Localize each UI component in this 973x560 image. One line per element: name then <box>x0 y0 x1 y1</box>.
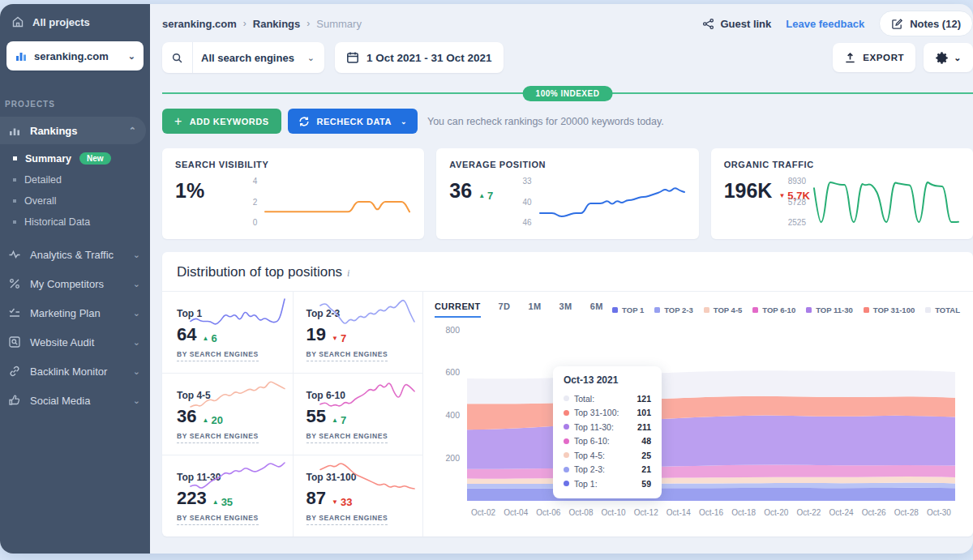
subitem-label: Summary <box>25 153 71 165</box>
chevron-down-icon: ⌄ <box>401 118 407 126</box>
card-title: SEARCH VISIBILITY <box>175 160 411 169</box>
sidebar-item-label: Marketing Plan <box>30 307 101 319</box>
by-search-engines-link[interactable]: BY SEARCH ENGINES <box>306 350 388 361</box>
recheck-data-button[interactable]: RECHECK DATA ⌄ <box>288 109 418 134</box>
chevron-down-icon: ⌄ <box>133 366 140 377</box>
date-range-value: 1 Oct 2021 - 31 Oct 2021 <box>366 52 492 64</box>
add-keywords-button[interactable]: + ADD KEYWORDS <box>162 109 281 134</box>
sidebar-subitem-detailed[interactable]: Detailed <box>0 169 150 190</box>
svg-text:Oct-16: Oct-16 <box>699 508 723 517</box>
top45-sparkline <box>189 378 286 409</box>
search-engines-value: All search engines <box>193 52 302 64</box>
breadcrumb-separator: › <box>306 18 310 29</box>
positions-chart-canvas: 800600400200Oct-02Oct-04Oct-06Oct-08Oct-… <box>435 321 960 522</box>
tab-1m[interactable]: 1M <box>528 301 541 318</box>
date-range-picker[interactable]: 1 Oct 2021 - 31 Oct 2021 <box>335 42 504 73</box>
plus-icon: + <box>174 114 182 129</box>
stat-delta: ▲35 <box>212 496 233 508</box>
tab-6m[interactable]: 6M <box>590 301 603 318</box>
guest-link-button[interactable]: Guest link <box>702 18 771 30</box>
chevron-down-icon: ⌄ <box>133 337 140 348</box>
average-position-card: AVERAGE POSITION 36 ▲7 334046 <box>436 148 698 239</box>
legend-top2-3[interactable]: TOP 2-3 <box>654 306 693 314</box>
sidebar-item-label: Rankings <box>30 125 78 137</box>
svg-text:Oct-04: Oct-04 <box>504 508 528 517</box>
organic-traffic-card: ORGANIC TRAFFIC 196K ▼5,7K 893057282525 <box>711 148 973 239</box>
svg-text:Oct-06: Oct-06 <box>536 508 560 517</box>
svg-text:400: 400 <box>445 410 460 420</box>
sidebar-subitem-historical-data[interactable]: Historical Data <box>0 212 150 233</box>
recheck-note: You can recheck rankings for 20000 keywo… <box>427 116 664 127</box>
by-search-engines-link[interactable]: BY SEARCH ENGINES <box>306 514 388 525</box>
card-delta: ▲7 <box>478 190 493 202</box>
metric-cards: SEARCH VISIBILITY 1% 420 AVERAGE POSITIO… <box>162 148 973 239</box>
subitem-label: Historical Data <box>24 216 90 228</box>
arrow-icon: ▲ <box>478 192 485 199</box>
arrow-icon: ▼ <box>332 335 338 342</box>
settings-button[interactable]: ⌄ <box>924 43 973 72</box>
by-search-engines-link[interactable]: BY SEARCH ENGINES <box>177 350 259 361</box>
chevron-down-icon: ⌄ <box>133 308 140 318</box>
sidebar-item-website-audit[interactable]: Website Audit ⌄ <box>0 328 150 356</box>
search-engines-select[interactable]: All search engines ⌄ <box>162 42 324 73</box>
sidebar-item-social-media[interactable]: Social Media ⌄ <box>0 387 150 414</box>
svg-text:Oct-18: Oct-18 <box>731 508 756 517</box>
legend-top31-100[interactable]: TOP 31-100 <box>864 306 915 314</box>
projects-section-label: PROJECTS <box>5 100 150 109</box>
by-search-engines-link[interactable]: BY SEARCH ENGINES <box>177 432 259 443</box>
top1-sparkline <box>189 297 286 327</box>
tab-current[interactable]: CURRENT <box>435 301 481 318</box>
distribution-title: Distribution of top positions <box>177 264 342 280</box>
legend-total[interactable]: TOTAL <box>925 306 960 314</box>
stat-top-6-10: Top 6-10 55 ▲7 BY SEARCH ENGINES <box>293 374 423 455</box>
legend-top6-10[interactable]: TOP 6-10 <box>752 306 795 314</box>
sidebar-item-backlink-monitor[interactable]: Backlink Monitor ⌄ <box>0 357 150 385</box>
add-keywords-label: ADD KEYWORDS <box>190 117 269 126</box>
sidebar-subitem-overall[interactable]: Overall <box>0 190 150 212</box>
arrow-icon: ▲ <box>332 417 338 424</box>
arrow-icon: ▲ <box>202 335 208 342</box>
chevron-down-icon: ⌄ <box>307 53 324 63</box>
notes-button[interactable]: Notes (12) <box>879 11 973 36</box>
legend-top4-5[interactable]: TOP 4-5 <box>704 306 743 314</box>
by-search-engines-link[interactable]: BY SEARCH ENGINES <box>306 432 388 443</box>
subitem-label: Overall <box>24 195 57 207</box>
stat-top-1: Top 1 64 ▲6 BY SEARCH ENGINES <box>162 292 293 373</box>
all-projects-link[interactable]: All projects <box>0 4 150 40</box>
arrow-icon: ▲ <box>202 417 208 424</box>
info-icon[interactable]: i <box>347 267 349 279</box>
chevron-up-icon: ⌃ <box>129 126 136 136</box>
legend-top11-30[interactable]: TOP 11-30 <box>806 306 853 314</box>
card-value: 196K <box>724 179 773 203</box>
export-button[interactable]: EXPORT <box>833 43 915 72</box>
sidebar-item-my-competitors[interactable]: My Competitors ⌄ <box>0 270 150 297</box>
breadcrumb-project[interactable]: seranking.com <box>162 18 237 30</box>
chevron-down-icon: ⌄ <box>133 250 140 260</box>
by-search-engines-link[interactable]: BY SEARCH ENGINES <box>177 514 259 525</box>
chart-tooltip: Oct-13 2021 Total:121 Top 31-100:101 Top… <box>553 366 662 498</box>
chevron-down-icon: ⌄ <box>128 51 135 62</box>
distribution-card: Distribution of top positionsi Top 1 64 … <box>162 252 973 536</box>
legend-top1[interactable]: TOP 1 <box>612 306 644 314</box>
svg-text:Oct-20: Oct-20 <box>764 508 788 517</box>
sidebar-subitem-summary[interactable]: Summary New <box>0 147 150 169</box>
y-axis-ticks: 420 <box>253 176 258 228</box>
stacked-area-chart[interactable]: 800600400200Oct-02Oct-04Oct-06Oct-08Oct-… <box>435 321 960 522</box>
card-title: ORGANIC TRAFFIC <box>724 160 960 169</box>
leave-feedback-link[interactable]: Leave feedback <box>786 18 864 30</box>
tab-3m[interactable]: 3M <box>559 301 572 318</box>
svg-text:Oct-12: Oct-12 <box>634 508 658 517</box>
competitors-icon <box>8 277 21 290</box>
checklist-icon <box>8 306 21 319</box>
sidebar-item-marketing-plan[interactable]: Marketing Plan ⌄ <box>0 299 150 327</box>
breadcrumb-rankings[interactable]: Rankings <box>253 18 301 30</box>
svg-text:Oct-02: Oct-02 <box>471 508 495 517</box>
sidebar-item-analytics-traffic[interactable]: Analytics & Traffic ⌄ <box>0 241 150 268</box>
tab-7d[interactable]: 7D <box>499 301 511 318</box>
project-selector[interactable]: seranking.com ⌄ <box>6 41 144 71</box>
sidebar-item-rankings[interactable]: Rankings ⌃ <box>0 117 146 144</box>
guest-link-label: Guest link <box>720 18 771 30</box>
stat-delta: ▼7 <box>332 332 346 344</box>
bullet-icon <box>13 156 17 160</box>
distribution-header: Distribution of top positionsi <box>162 252 973 292</box>
